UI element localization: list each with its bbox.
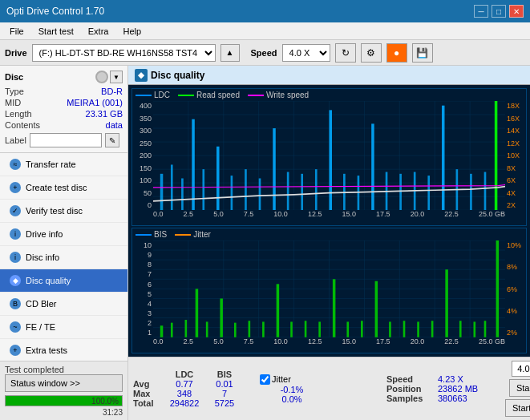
status-time: 31:23 xyxy=(5,408,123,417)
svg-rect-87 xyxy=(473,322,475,337)
drive-select[interactable]: (F:) HL-DT-ST BD-RE WH16NS58 TST4 xyxy=(32,44,216,62)
verify-test-disc-icon: ✓ xyxy=(10,205,21,216)
mid-value: MEIRA1 (001) xyxy=(67,98,123,107)
chart2-x-axis: 0.0 2.5 5.0 7.5 10.0 12.5 15.0 17.5 20.0… xyxy=(153,337,505,349)
disc-type-row: Type BD-R xyxy=(5,87,123,96)
speed-select-stats[interactable]: 4.0 X xyxy=(512,361,530,377)
legend-ldc: LDC xyxy=(136,91,170,99)
svg-rect-26 xyxy=(259,178,261,210)
disc-label-row: Label ✎ xyxy=(5,133,123,147)
menu-start-test[interactable]: Start test xyxy=(32,25,80,38)
cd-bler-icon: B xyxy=(10,298,21,309)
nav-label-verify-test-disc: Verify test disc xyxy=(26,206,83,216)
start-full-button[interactable]: Start full xyxy=(509,379,530,397)
label-input[interactable] xyxy=(30,133,102,147)
svg-rect-22 xyxy=(202,169,204,210)
maximize-button[interactable]: □ xyxy=(492,5,506,18)
chart1-svg xyxy=(153,101,505,210)
bis-chart-container: BIS Jitter 10 9 8 7 6 5 xyxy=(131,228,527,353)
sidebar-item-verify-test-disc[interactable]: ✓ Verify test disc xyxy=(0,200,127,223)
write-speed-color-indicator xyxy=(248,95,264,96)
save-button[interactable]: 💾 xyxy=(412,43,433,63)
sidebar-item-fe-te[interactable]: ~ FE / TE xyxy=(0,316,127,339)
svg-rect-66 xyxy=(185,320,188,337)
svg-rect-79 xyxy=(361,321,363,337)
jitter-checkbox-row: Jitter xyxy=(260,374,324,385)
chart2-y-left: 10 9 8 7 6 5 4 3 2 1 xyxy=(132,240,153,337)
chart1-x-axis: 0.0 2.5 5.0 7.5 10.0 12.5 15.0 17.5 20.0… xyxy=(153,210,505,221)
svg-rect-38 xyxy=(427,176,430,210)
svg-rect-27 xyxy=(273,128,276,210)
position-value: 23862 MB xyxy=(438,384,502,394)
svg-rect-89 xyxy=(496,240,500,337)
app-title: Opti Drive Control 1.70 xyxy=(6,6,104,17)
bis-color-indicator xyxy=(136,234,152,236)
status-window-button[interactable]: Status window >> xyxy=(5,374,123,392)
stats-table: LDC BIS Avg 0.77 0.01 Max 348 7 Total 29… xyxy=(133,370,253,408)
svg-rect-71 xyxy=(249,321,251,337)
samples-value: 380663 xyxy=(438,394,502,403)
status-section: Test completed Status window >> 100.0% 3… xyxy=(0,361,127,420)
svg-rect-25 xyxy=(245,169,247,210)
legend-write-label: Write speed xyxy=(266,91,309,99)
start-part-button[interactable]: Start part xyxy=(505,399,530,417)
stats-max-ldc: 348 xyxy=(164,389,205,398)
sidebar-item-cd-bler[interactable]: B CD Bler xyxy=(0,293,127,316)
minimize-button[interactable]: ─ xyxy=(474,5,488,18)
menu-extra[interactable]: Extra xyxy=(82,25,115,38)
disc-info-icon: i xyxy=(10,252,21,263)
sidebar-item-disc-info[interactable]: i Disc info xyxy=(0,246,127,269)
jitter-color-indicator xyxy=(175,234,191,236)
jitter-checkbox[interactable] xyxy=(260,374,270,385)
sidebar-item-transfer-rate[interactable]: ≈ Transfer rate xyxy=(0,153,127,176)
eject-button[interactable]: ▲ xyxy=(220,44,240,62)
disc-quality-header: ◆ Disc quality xyxy=(128,66,530,85)
speed-header: Speed xyxy=(386,374,435,384)
settings-button[interactable]: ⚙ xyxy=(361,43,382,63)
legend-read-label: Read speed xyxy=(196,91,240,99)
stats-empty-header xyxy=(133,370,164,379)
svg-rect-39 xyxy=(442,106,445,211)
svg-rect-76 xyxy=(318,322,321,337)
stats-avg-jitter: -0.1% xyxy=(260,385,324,394)
menu-help[interactable]: Help xyxy=(116,25,148,38)
charts-area: LDC Read speed Write speed 400 xyxy=(128,85,530,357)
drivebar: Drive (F:) HL-DT-ST BD-RE WH16NS58 TST4 … xyxy=(0,40,530,66)
content-area: ◆ Disc quality LDC Read speed xyxy=(128,66,530,420)
stats-max-jitter: 0.0% xyxy=(260,394,324,404)
sidebar-item-extra-tests[interactable]: + Extra tests xyxy=(0,339,127,361)
label-button[interactable]: ✎ xyxy=(105,133,119,147)
svg-rect-83 xyxy=(417,322,419,337)
svg-rect-41 xyxy=(470,174,472,210)
disc-quality-title: Disc quality xyxy=(151,70,204,81)
close-button[interactable]: ✕ xyxy=(509,5,524,18)
svg-rect-82 xyxy=(403,321,406,337)
fe-te-icon: ~ xyxy=(10,321,21,333)
svg-rect-43 xyxy=(495,101,498,210)
sidebar-item-create-test-disc[interactable]: + Create test disc xyxy=(0,176,127,200)
chart2-y-right: 10% 8% 6% 4% 2% xyxy=(505,240,526,337)
menu-file[interactable]: File xyxy=(3,25,30,38)
read-speed-color-indicator xyxy=(178,95,194,96)
chart1-y-right: 18X 16X 14X 12X 10X 8X 6X 4X 2X xyxy=(505,101,526,210)
svg-rect-73 xyxy=(277,285,280,337)
burn-button[interactable]: ● xyxy=(386,43,407,63)
samples-label: Samples xyxy=(386,394,435,403)
svg-rect-29 xyxy=(301,174,303,210)
speed-select[interactable]: 4.0 X xyxy=(282,44,330,62)
progress-text: 100.0% xyxy=(91,397,119,406)
legend-write-speed: Write speed xyxy=(248,91,309,99)
refresh-button[interactable]: ↻ xyxy=(335,43,356,63)
sidebar-item-drive-info[interactable]: i Drive info xyxy=(0,223,127,246)
svg-rect-84 xyxy=(431,321,434,337)
svg-rect-68 xyxy=(206,322,208,337)
type-label: Type xyxy=(5,87,24,96)
speed-value: 4.23 X xyxy=(438,374,502,384)
stats-avg-bis: 0.01 xyxy=(205,379,244,389)
transfer-rate-icon: ≈ xyxy=(10,159,21,170)
sidebar-item-disc-quality[interactable]: ◆ Disc quality xyxy=(0,269,127,293)
svg-rect-36 xyxy=(399,174,402,210)
disc-mid-row: MID MEIRA1 (001) xyxy=(5,98,123,107)
drive-info-icon: i xyxy=(10,228,21,240)
disc-options-button[interactable]: ▼ xyxy=(110,71,123,83)
